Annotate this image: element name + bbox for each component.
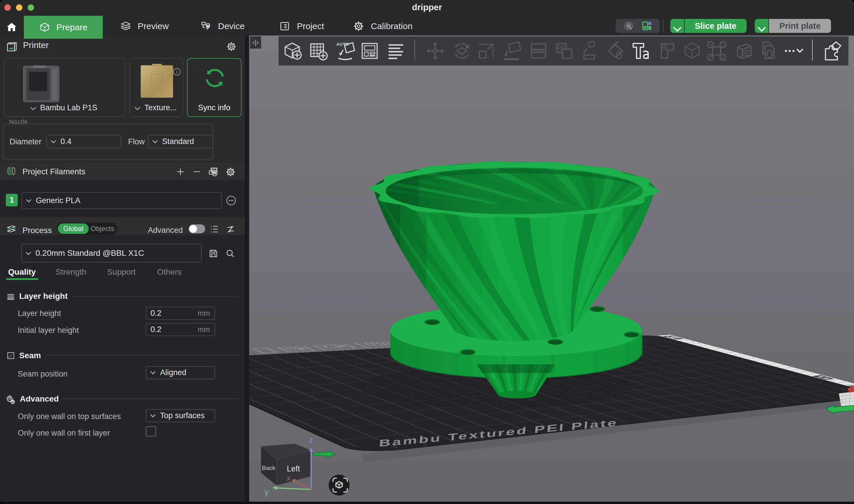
svg-text:y: y xyxy=(265,487,269,497)
svg-text:x: x xyxy=(287,474,291,483)
svg-text:z: z xyxy=(309,436,313,445)
svg-text:Back: Back xyxy=(262,464,275,471)
svg-text:Left: Left xyxy=(287,464,300,473)
